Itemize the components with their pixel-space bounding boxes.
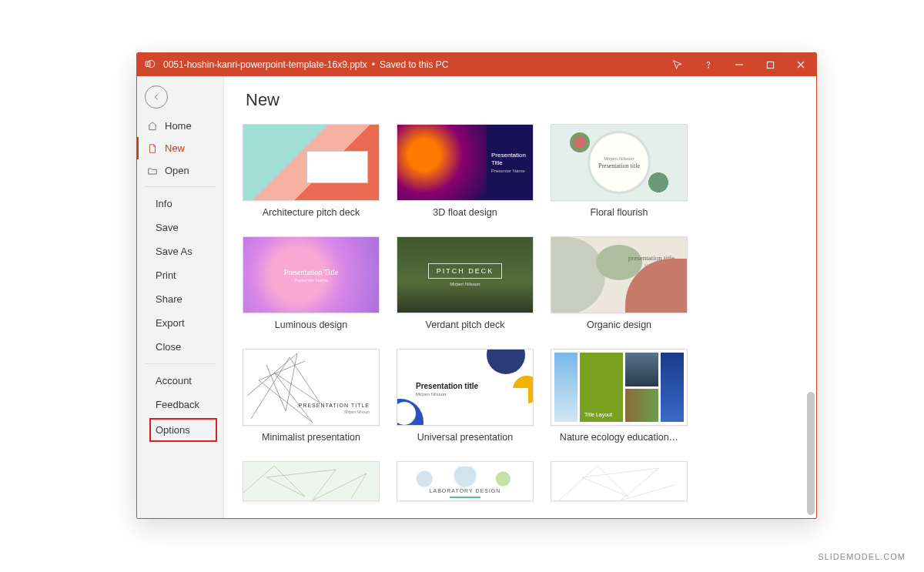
template-thumb: LABORATORY DESIGN bbox=[397, 461, 534, 501]
sidebar-item-label: Open bbox=[165, 165, 189, 176]
template-tile-3d-float[interactable]: Presentation TitlePresenter Name 3D floa… bbox=[397, 124, 534, 229]
separator bbox=[145, 363, 216, 364]
template-label: Universal presentation bbox=[397, 426, 534, 453]
template-label: Nature ecology education… bbox=[551, 426, 688, 453]
sidebar-item-save-as[interactable]: Save As bbox=[137, 239, 223, 263]
template-thumb: PITCH DECK bbox=[243, 124, 380, 201]
template-tile-nature[interactable]: Title Layout Nature ecology education… bbox=[551, 349, 688, 453]
close-button[interactable] bbox=[785, 53, 816, 76]
sidebar-item-close[interactable]: Close bbox=[137, 335, 223, 359]
home-icon bbox=[146, 121, 159, 132]
separator bbox=[145, 186, 216, 187]
watermark: SLIDEMODEL.COM bbox=[818, 552, 906, 561]
sidebar-item-share[interactable]: Share bbox=[137, 287, 223, 311]
template-thumb: presentation titleMirjam Nilsson bbox=[551, 236, 688, 313]
coming-soon-icon[interactable] bbox=[662, 53, 693, 76]
template-thumb: PRESENTATION TITLEMirjam Nilsson bbox=[243, 349, 380, 426]
template-tile[interactable] bbox=[551, 461, 688, 501]
sidebar-item-home[interactable]: Home bbox=[137, 115, 223, 137]
document-icon bbox=[146, 143, 159, 154]
template-tile[interactable] bbox=[243, 461, 380, 501]
template-thumb: PITCH DECK Mirjam Nilsson bbox=[397, 236, 534, 313]
sidebar-item-save[interactable]: Save bbox=[137, 216, 223, 239]
content-area: New PITCH DECK Architecture pitch deck P… bbox=[224, 76, 816, 518]
template-thumb: Presentation Title Presenter Name bbox=[243, 236, 380, 313]
template-thumb: Presentation TitlePresenter Name bbox=[397, 124, 534, 201]
minimize-button[interactable] bbox=[724, 53, 755, 76]
maximize-button[interactable] bbox=[755, 53, 785, 76]
document-filename: 0051-hoshin-kanri-powerpoint-template-16… bbox=[163, 59, 367, 70]
sidebar-item-open[interactable]: Open bbox=[137, 159, 223, 182]
sidebar-item-info[interactable]: Info bbox=[137, 192, 223, 216]
folder-icon bbox=[146, 166, 159, 176]
template-thumb bbox=[551, 461, 688, 501]
powerpoint-window: 0051-hoshin-kanri-powerpoint-template-16… bbox=[136, 52, 817, 519]
template-label: Organic design bbox=[551, 313, 688, 341]
titlebar: 0051-hoshin-kanri-powerpoint-template-16… bbox=[137, 53, 816, 76]
template-tile[interactable]: LABORATORY DESIGN bbox=[397, 461, 534, 501]
sidebar-item-label: New bbox=[165, 142, 185, 154]
template-label: Minimalist presentation bbox=[243, 426, 380, 453]
template-tile-architecture[interactable]: PITCH DECK Architecture pitch deck bbox=[243, 124, 380, 229]
template-thumb: Presentation titleMirjam Nilsson bbox=[397, 349, 534, 426]
sidebar-item-label: Home bbox=[165, 120, 192, 132]
template-tile-minimalist[interactable]: PRESENTATION TITLEMirjam Nilsson Minimal… bbox=[243, 349, 380, 453]
page-title: New bbox=[246, 90, 798, 110]
sidebar-item-account[interactable]: Account bbox=[137, 369, 223, 393]
thumb-text: PITCH DECK bbox=[324, 159, 357, 164]
save-status: Saved to this PC bbox=[380, 59, 448, 70]
svg-point-2 bbox=[708, 67, 709, 68]
template-label: Luminous design bbox=[243, 313, 380, 341]
sidebar-item-options[interactable]: Options bbox=[149, 418, 217, 442]
template-label: 3D float design bbox=[397, 201, 534, 229]
svg-rect-4 bbox=[767, 62, 773, 68]
svg-rect-1 bbox=[146, 61, 150, 66]
sidebar-item-print[interactable]: Print bbox=[137, 263, 223, 287]
scrollbar-thumb[interactable] bbox=[807, 392, 815, 515]
sidebar-item-export[interactable]: Export bbox=[137, 311, 223, 335]
back-button[interactable] bbox=[145, 85, 168, 109]
template-tile-floral[interactable]: Mirjam NilssonPresentation title Floral … bbox=[551, 124, 688, 229]
app-icon bbox=[145, 59, 156, 72]
backstage-sidebar: Home New Open Info Save Save As Print Sh… bbox=[137, 76, 224, 518]
template-thumb: Title Layout bbox=[551, 349, 688, 426]
sidebar-item-new[interactable]: New bbox=[137, 137, 223, 159]
template-label: Floral flourish bbox=[551, 201, 688, 229]
template-label: Architecture pitch deck bbox=[243, 201, 380, 229]
template-tile-universal[interactable]: Presentation titleMirjam Nilsson Univers… bbox=[397, 349, 534, 453]
template-thumb: Mirjam NilssonPresentation title bbox=[551, 124, 688, 201]
sidebar-item-feedback[interactable]: Feedback bbox=[137, 393, 223, 416]
template-tile-organic[interactable]: presentation titleMirjam Nilsson Organic… bbox=[551, 236, 688, 341]
template-label: Verdant pitch deck bbox=[397, 313, 534, 341]
template-tile-verdant[interactable]: PITCH DECK Mirjam Nilsson Verdant pitch … bbox=[397, 236, 534, 341]
template-thumb bbox=[243, 461, 380, 501]
template-tile-luminous[interactable]: Presentation Title Presenter Name Lumino… bbox=[243, 236, 380, 341]
help-button[interactable] bbox=[693, 53, 724, 76]
template-grid: PITCH DECK Architecture pitch deck Prese… bbox=[243, 124, 798, 501]
